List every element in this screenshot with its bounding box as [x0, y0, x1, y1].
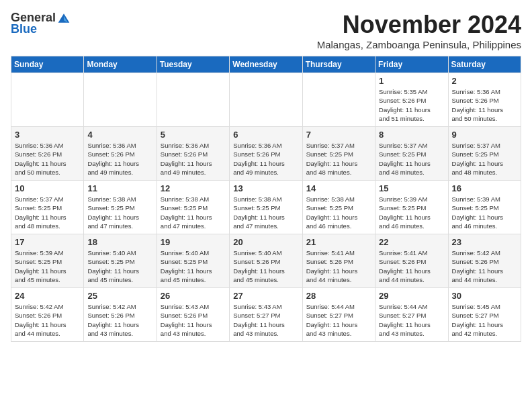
calendar-cell: 27Sunrise: 5:43 AM Sunset: 5:27 PM Dayli… [230, 288, 302, 342]
day-info: Sunrise: 5:36 AM Sunset: 5:26 PM Dayligh… [452, 87, 517, 123]
day-info: Sunrise: 5:39 AM Sunset: 5:25 PM Dayligh… [15, 248, 80, 284]
day-info: Sunrise: 5:40 AM Sunset: 5:25 PM Dayligh… [87, 248, 152, 284]
day-number: 17 [15, 237, 80, 247]
day-number: 29 [379, 291, 444, 301]
calendar-cell: 28Sunrise: 5:44 AM Sunset: 5:27 PM Dayli… [302, 288, 375, 342]
day-info: Sunrise: 5:36 AM Sunset: 5:26 PM Dayligh… [161, 141, 226, 177]
calendar-cell [84, 73, 157, 127]
day-number: 16 [452, 183, 517, 193]
calendar-cell: 6Sunrise: 5:36 AM Sunset: 5:26 PM Daylig… [230, 127, 302, 181]
calendar-cell: 29Sunrise: 5:44 AM Sunset: 5:27 PM Dayli… [375, 288, 448, 342]
day-info: Sunrise: 5:37 AM Sunset: 5:25 PM Dayligh… [452, 141, 517, 177]
day-info: Sunrise: 5:36 AM Sunset: 5:26 PM Dayligh… [87, 141, 152, 177]
day-info: Sunrise: 5:44 AM Sunset: 5:27 PM Dayligh… [306, 302, 371, 338]
day-number: 15 [379, 183, 444, 193]
day-info: Sunrise: 5:40 AM Sunset: 5:25 PM Dayligh… [161, 248, 226, 284]
calendar-cell: 8Sunrise: 5:37 AM Sunset: 5:25 PM Daylig… [375, 127, 448, 181]
calendar-cell [230, 73, 302, 127]
calendar-table: SundayMondayTuesdayWednesdayThursdayFrid… [11, 56, 521, 342]
day-info: Sunrise: 5:38 AM Sunset: 5:25 PM Dayligh… [161, 195, 226, 230]
calendar-cell: 10Sunrise: 5:37 AM Sunset: 5:25 PM Dayli… [11, 181, 84, 234]
day-info: Sunrise: 5:43 AM Sunset: 5:27 PM Dayligh… [233, 302, 298, 338]
calendar-cell [302, 73, 375, 127]
calendar-cell: 25Sunrise: 5:42 AM Sunset: 5:26 PM Dayli… [84, 288, 157, 342]
calendar-cell: 14Sunrise: 5:38 AM Sunset: 5:25 PM Dayli… [302, 181, 375, 234]
calendar-body: 1Sunrise: 5:35 AM Sunset: 5:26 PM Daylig… [11, 73, 521, 342]
page-header: General Blue November 2024 Malangas, Zam… [11, 11, 521, 50]
day-info: Sunrise: 5:39 AM Sunset: 5:25 PM Dayligh… [379, 195, 444, 230]
day-number: 18 [87, 237, 152, 247]
week-row-4: 17Sunrise: 5:39 AM Sunset: 5:25 PM Dayli… [11, 234, 521, 288]
day-info: Sunrise: 5:37 AM Sunset: 5:25 PM Dayligh… [306, 141, 371, 177]
week-row-1: 1Sunrise: 5:35 AM Sunset: 5:26 PM Daylig… [11, 73, 521, 127]
column-header-wednesday: Wednesday [230, 56, 302, 73]
logo: General Blue [11, 11, 71, 36]
day-number: 11 [87, 183, 152, 193]
calendar-cell: 24Sunrise: 5:42 AM Sunset: 5:26 PM Dayli… [11, 288, 84, 342]
calendar-header-row: SundayMondayTuesdayWednesdayThursdayFrid… [11, 56, 521, 73]
day-info: Sunrise: 5:39 AM Sunset: 5:25 PM Dayligh… [452, 195, 517, 230]
day-number: 2 [452, 76, 517, 86]
day-info: Sunrise: 5:45 AM Sunset: 5:27 PM Dayligh… [452, 302, 517, 338]
day-number: 10 [15, 183, 80, 193]
calendar-cell: 2Sunrise: 5:36 AM Sunset: 5:26 PM Daylig… [448, 73, 521, 127]
calendar-cell: 20Sunrise: 5:40 AM Sunset: 5:26 PM Dayli… [230, 234, 302, 288]
day-number: 27 [233, 291, 298, 301]
column-header-tuesday: Tuesday [157, 56, 229, 73]
calendar-cell [157, 73, 229, 127]
calendar-cell: 23Sunrise: 5:42 AM Sunset: 5:26 PM Dayli… [448, 234, 521, 288]
week-row-3: 10Sunrise: 5:37 AM Sunset: 5:25 PM Dayli… [11, 181, 521, 234]
day-info: Sunrise: 5:37 AM Sunset: 5:25 PM Dayligh… [379, 141, 444, 177]
day-number: 30 [452, 291, 517, 301]
day-number: 19 [161, 237, 226, 247]
day-number: 4 [87, 130, 152, 140]
calendar-cell: 7Sunrise: 5:37 AM Sunset: 5:25 PM Daylig… [302, 127, 375, 181]
day-info: Sunrise: 5:36 AM Sunset: 5:26 PM Dayligh… [233, 141, 298, 177]
day-number: 12 [161, 183, 226, 193]
calendar-cell: 1Sunrise: 5:35 AM Sunset: 5:26 PM Daylig… [375, 73, 448, 127]
day-number: 6 [233, 130, 298, 140]
day-info: Sunrise: 5:42 AM Sunset: 5:26 PM Dayligh… [87, 302, 152, 338]
day-number: 22 [379, 237, 444, 247]
day-info: Sunrise: 5:37 AM Sunset: 5:25 PM Dayligh… [15, 195, 80, 230]
day-info: Sunrise: 5:41 AM Sunset: 5:26 PM Dayligh… [379, 248, 444, 284]
calendar-cell [11, 73, 84, 127]
column-header-sunday: Sunday [11, 56, 84, 73]
calendar-cell: 21Sunrise: 5:41 AM Sunset: 5:26 PM Dayli… [302, 234, 375, 288]
calendar-cell: 19Sunrise: 5:40 AM Sunset: 5:25 PM Dayli… [157, 234, 229, 288]
day-number: 25 [87, 291, 152, 301]
day-number: 24 [15, 291, 80, 301]
day-info: Sunrise: 5:42 AM Sunset: 5:26 PM Dayligh… [452, 248, 517, 284]
day-info: Sunrise: 5:38 AM Sunset: 5:25 PM Dayligh… [233, 195, 298, 230]
calendar-cell: 3Sunrise: 5:36 AM Sunset: 5:26 PM Daylig… [11, 127, 84, 181]
day-info: Sunrise: 5:38 AM Sunset: 5:25 PM Dayligh… [87, 195, 152, 230]
month-title: November 2024 [317, 11, 521, 39]
day-info: Sunrise: 5:41 AM Sunset: 5:26 PM Dayligh… [306, 248, 371, 284]
calendar-cell: 11Sunrise: 5:38 AM Sunset: 5:25 PM Dayli… [84, 181, 157, 234]
calendar-cell: 26Sunrise: 5:43 AM Sunset: 5:26 PM Dayli… [157, 288, 229, 342]
day-number: 7 [306, 130, 371, 140]
column-header-friday: Friday [375, 56, 448, 73]
logo-blue-text: Blue [11, 22, 37, 36]
day-number: 8 [379, 130, 444, 140]
calendar-cell: 30Sunrise: 5:45 AM Sunset: 5:27 PM Dayli… [448, 288, 521, 342]
day-number: 9 [452, 130, 517, 140]
calendar-cell: 22Sunrise: 5:41 AM Sunset: 5:26 PM Dayli… [375, 234, 448, 288]
day-number: 21 [306, 237, 371, 247]
day-number: 13 [233, 183, 298, 193]
day-number: 3 [15, 130, 80, 140]
day-info: Sunrise: 5:38 AM Sunset: 5:25 PM Dayligh… [306, 195, 371, 230]
calendar-cell: 5Sunrise: 5:36 AM Sunset: 5:26 PM Daylig… [157, 127, 229, 181]
calendar-cell: 18Sunrise: 5:40 AM Sunset: 5:25 PM Dayli… [84, 234, 157, 288]
day-info: Sunrise: 5:40 AM Sunset: 5:26 PM Dayligh… [233, 248, 298, 284]
calendar-cell: 17Sunrise: 5:39 AM Sunset: 5:25 PM Dayli… [11, 234, 84, 288]
calendar-cell: 9Sunrise: 5:37 AM Sunset: 5:25 PM Daylig… [448, 127, 521, 181]
day-info: Sunrise: 5:36 AM Sunset: 5:26 PM Dayligh… [15, 141, 80, 177]
title-section: November 2024 Malangas, Zamboanga Penins… [317, 11, 521, 50]
day-number: 1 [379, 76, 444, 86]
day-info: Sunrise: 5:35 AM Sunset: 5:26 PM Dayligh… [379, 87, 444, 123]
day-number: 28 [306, 291, 371, 301]
day-info: Sunrise: 5:42 AM Sunset: 5:26 PM Dayligh… [15, 302, 80, 338]
day-number: 5 [161, 130, 226, 140]
calendar-cell: 4Sunrise: 5:36 AM Sunset: 5:26 PM Daylig… [84, 127, 157, 181]
